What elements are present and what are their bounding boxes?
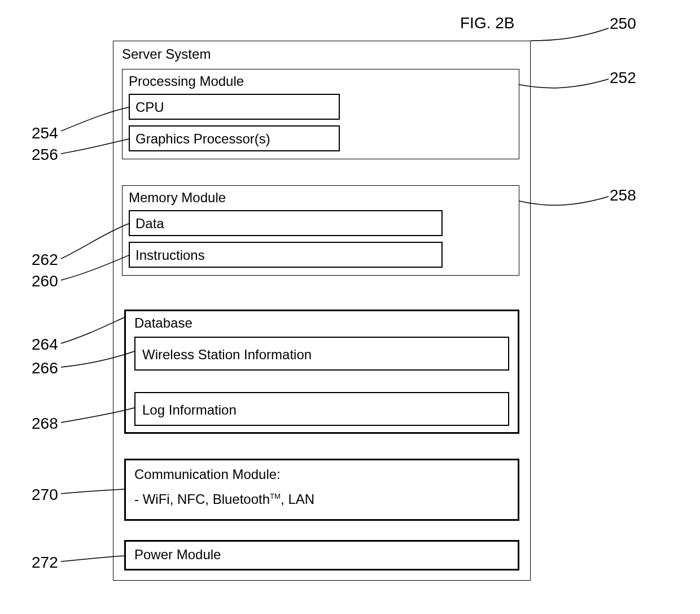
ref-268: 268 bbox=[32, 415, 58, 433]
ref-250: 250 bbox=[610, 15, 636, 33]
wireless-station-info-label: Wireless Station Information bbox=[142, 347, 312, 363]
server-system-label: Server System bbox=[122, 46, 211, 62]
cpu-label: CPU bbox=[135, 99, 164, 115]
leader-250 bbox=[531, 28, 609, 41]
figure-title: FIG. 2B bbox=[460, 14, 514, 32]
ref-254: 254 bbox=[32, 124, 58, 142]
tm-superscript: TM bbox=[270, 492, 281, 500]
ref-266: 266 bbox=[32, 359, 58, 377]
leader-258 bbox=[519, 197, 609, 205]
data-label: Data bbox=[135, 216, 164, 232]
ref-252: 252 bbox=[610, 69, 636, 87]
ref-258: 258 bbox=[610, 186, 636, 204]
communication-module-protocols: - WiFi, NFC, BluetoothTM, LAN bbox=[134, 491, 314, 507]
data-box bbox=[129, 210, 443, 236]
processing-module-label: Processing Module bbox=[129, 73, 244, 89]
ref-260: 260 bbox=[32, 272, 58, 290]
instructions-label: Instructions bbox=[135, 247, 205, 263]
leader-252 bbox=[519, 79, 609, 88]
database-label: Database bbox=[134, 315, 193, 331]
ref-270: 270 bbox=[32, 486, 58, 504]
protocols-suffix: , LAN bbox=[281, 491, 314, 507]
ref-262: 262 bbox=[32, 251, 58, 269]
memory-module-label: Memory Module bbox=[129, 190, 226, 206]
communication-module-title: Communication Module: bbox=[134, 467, 281, 482]
power-module-label: Power Module bbox=[134, 547, 221, 563]
graphics-processor-label: Graphics Processor(s) bbox=[135, 131, 270, 147]
figure-canvas: FIG. 2B Server System Processing Module … bbox=[0, 0, 700, 614]
log-information-label: Log Information bbox=[142, 402, 237, 418]
protocols-prefix: - WiFi, NFC, Bluetooth bbox=[134, 491, 270, 507]
ref-272: 272 bbox=[32, 554, 58, 572]
ref-264: 264 bbox=[32, 336, 58, 354]
ref-256: 256 bbox=[32, 146, 58, 164]
